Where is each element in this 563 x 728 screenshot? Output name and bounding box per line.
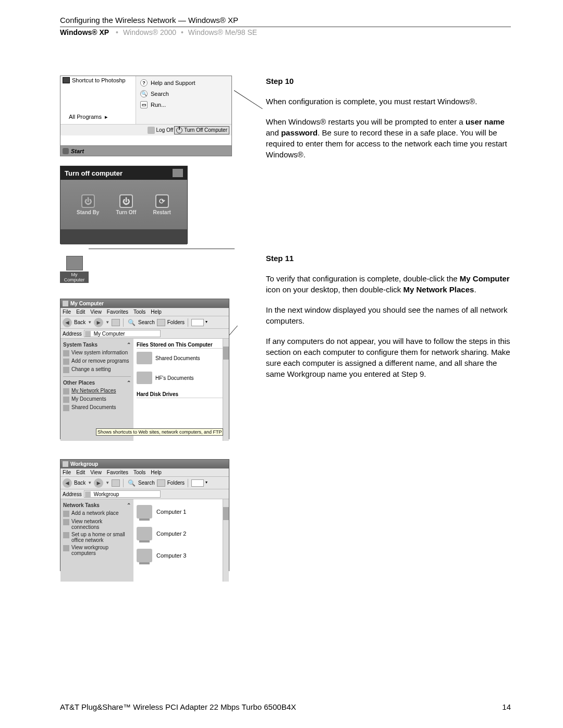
taskbar[interactable]: Start: [60, 146, 232, 156]
run-item[interactable]: ▭Run...: [140, 101, 227, 108]
turn-off-computer-button[interactable]: Turn Off Computer: [174, 126, 229, 134]
view-network-connections-link[interactable]: View network connections: [63, 519, 131, 530]
restart-button[interactable]: ⟳Restart: [153, 194, 170, 215]
address-bar: Address: [60, 489, 229, 499]
system-tasks-header: System Tasks: [63, 342, 97, 348]
views-button[interactable]: [191, 479, 204, 487]
os-tab-2000: Windows® 2000: [123, 28, 176, 36]
power-icon: [176, 127, 182, 133]
folders-button[interactable]: [157, 319, 165, 326]
step-11-p3: If any computers do not appear, you will…: [266, 336, 511, 379]
address-icon: [85, 491, 91, 497]
toolbar: ◄Back▼ ►▼ 🔍Search Folders: [60, 316, 229, 329]
forward-button[interactable]: ►: [94, 478, 103, 488]
computer-1-item[interactable]: Computer 1: [137, 505, 226, 519]
search-item[interactable]: 🔍Search: [140, 90, 227, 97]
start-menu-screenshot: Shortcut to Photoshp All Programs ▸ ?Hel…: [60, 76, 232, 146]
my-documents-link[interactable]: My Documents: [63, 396, 131, 403]
start-button-label: Start: [71, 148, 84, 154]
computer-icon: [66, 256, 83, 270]
change-setting-link[interactable]: Change a setting: [63, 366, 131, 373]
computer-icon: [137, 527, 152, 540]
my-network-places-link[interactable]: My Network Places: [63, 388, 131, 394]
step-11-p2: In the next window displayed you should …: [266, 304, 511, 326]
screenshot-column: Shortcut to Photoshp All Programs ▸ ?Hel…: [60, 76, 235, 571]
address-icon: [85, 331, 91, 337]
step-10-p1: When configuration is complete, you must…: [266, 96, 511, 107]
menu-bar[interactable]: FileEditViewFavoritesToolsHelp: [60, 468, 229, 477]
other-places-header: Other Places: [63, 380, 95, 386]
folder-icon: [137, 352, 152, 364]
shared-documents-folder[interactable]: Shared Documents: [137, 352, 226, 364]
os-tab-me98: Windows® Me/98 SE: [188, 28, 257, 36]
menu-bar[interactable]: FileEditViewFavoritesToolsHelp: [60, 308, 229, 316]
window-icon: [63, 301, 68, 306]
view-workgroup-computers-link[interactable]: View workgroup computers: [63, 545, 131, 556]
add-remove-programs-link[interactable]: Add or remove programs: [63, 358, 131, 365]
forward-button[interactable]: ►: [94, 318, 103, 327]
folders-button[interactable]: [157, 479, 165, 487]
folder-icon: [137, 372, 152, 384]
computer-3-item[interactable]: Computer 3: [137, 549, 226, 562]
logoff-icon: [148, 127, 155, 134]
computer-2-item[interactable]: Computer 2: [137, 527, 226, 540]
footer-page-number: 14: [502, 702, 511, 711]
view-system-info-link[interactable]: View system information: [63, 350, 131, 356]
computer-icon: [137, 549, 152, 562]
address-input[interactable]: [84, 330, 161, 337]
address-input[interactable]: [84, 490, 161, 498]
step-10-title: Step 10: [266, 76, 511, 87]
turn-off-button[interactable]: ⏻Turn Off: [116, 194, 137, 215]
all-programs-label[interactable]: All Programs: [69, 114, 102, 120]
add-network-place-link[interactable]: Add a network place: [63, 510, 131, 517]
page-footer: AT&T Plug&Share™ Wireless PCI Adapter 22…: [60, 702, 511, 711]
hf-documents-folder[interactable]: HF's Documents: [137, 372, 226, 384]
search-button[interactable]: 🔍: [127, 318, 136, 327]
task-pane: Network Tasks⌃ Add a network place View …: [60, 499, 133, 582]
turn-off-dialog-screenshot: Turn off computer ⏻Stand By ⏻Turn Off ⟳R…: [60, 166, 188, 244]
dialog-title: Turn off computer: [65, 169, 123, 177]
footer-product: AT&T Plug&Share™ Wireless PCI Adapter 22…: [60, 702, 296, 711]
document-page: Configuring the Wireless Network — Windo…: [0, 0, 563, 728]
hard-disk-drives-header: Hard Disk Drives: [137, 391, 226, 398]
toolbar: ◄Back▼ ►▼ 🔍Search Folders: [60, 477, 229, 489]
task-pane: System Tasks⌃ View system information Ad…: [60, 339, 133, 441]
window-title: Workgroup: [70, 461, 98, 467]
help-support-item[interactable]: ?Help and Support: [140, 79, 227, 87]
search-button[interactable]: 🔍: [127, 478, 136, 488]
workgroup-window-screenshot: Workgroup FileEditViewFavoritesToolsHelp…: [60, 459, 229, 571]
os-tabs: Windows® XP • Windows® 2000 • Windows® M…: [60, 28, 511, 36]
computer-icon: [137, 505, 152, 519]
address-bar: Address: [60, 329, 229, 339]
photoshop-icon: [63, 77, 70, 83]
standby-button[interactable]: ⏻Stand By: [77, 194, 99, 215]
up-button[interactable]: [112, 319, 120, 326]
views-button[interactable]: [191, 319, 204, 326]
shortcut-label: Shortcut to Photoshp: [72, 77, 126, 83]
network-tasks-header: Network Tasks: [63, 502, 100, 508]
my-computer-desktop-icon[interactable]: My Computer: [60, 256, 89, 283]
my-computer-window-screenshot: My Computer FileEditViewFavoritesToolsHe…: [60, 299, 229, 439]
scrollbar[interactable]: [223, 499, 229, 582]
shared-documents-link[interactable]: Shared Documents: [63, 404, 131, 411]
up-button[interactable]: [112, 479, 120, 487]
step-10-p2: When Windows® restarts you will be promp…: [266, 116, 511, 160]
step-11-title: Step 11: [266, 253, 511, 264]
content-pane: Computer 1 Computer 2 Computer 3: [133, 499, 229, 582]
setup-home-network-link[interactable]: Set up a home or small office network: [63, 532, 131, 543]
content-pane: Files Stored on This Computer Shared Doc…: [133, 339, 229, 441]
window-title: My Computer: [70, 301, 104, 306]
back-button[interactable]: ◄: [63, 478, 72, 488]
step-11-p1: To verify that configuration is complete…: [266, 273, 511, 295]
back-button[interactable]: ◄: [63, 318, 72, 327]
log-off-button[interactable]: Log Off: [148, 127, 174, 134]
scrollbar[interactable]: [223, 339, 229, 441]
my-computer-label: My Computer: [60, 272, 89, 283]
tooltip: Shows shortcuts to Web sites, network co…: [96, 428, 223, 436]
os-tab-xp: Windows® XP: [60, 28, 109, 36]
divider: [60, 27, 511, 27]
start-orb-icon: [63, 148, 69, 154]
page-title: Configuring the Wireless Network — Windo…: [60, 16, 511, 24]
window-icon: [63, 461, 68, 467]
files-stored-header: Files Stored on This Computer: [137, 342, 226, 349]
